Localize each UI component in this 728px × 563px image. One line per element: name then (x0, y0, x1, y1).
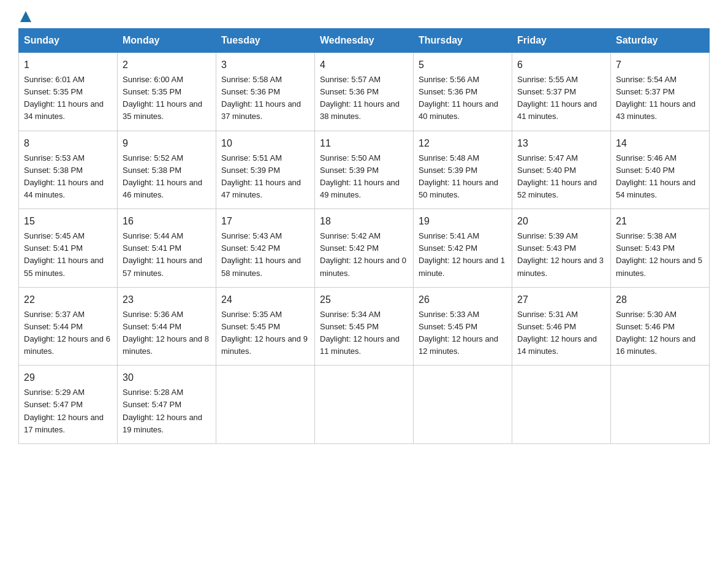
header-cell-wednesday: Wednesday (315, 29, 414, 53)
day-info: Sunrise: 5:30 AMSunset: 5:46 PMDaylight:… (616, 310, 696, 356)
day-cell: 8 Sunrise: 5:53 AMSunset: 5:38 PMDayligh… (19, 131, 118, 209)
header-cell-monday: Monday (118, 29, 216, 53)
day-cell (216, 366, 315, 444)
day-info: Sunrise: 5:47 AMSunset: 5:40 PMDaylight:… (517, 153, 597, 199)
header-cell-sunday: Sunday (19, 29, 118, 53)
day-info: Sunrise: 5:41 AMSunset: 5:42 PMDaylight:… (419, 231, 505, 277)
day-info: Sunrise: 5:37 AMSunset: 5:44 PMDaylight:… (24, 310, 110, 356)
day-number: 2 (123, 58, 211, 72)
day-cell: 6 Sunrise: 5:55 AMSunset: 5:37 PMDayligh… (512, 53, 611, 131)
day-number: 11 (320, 136, 408, 151)
page-header (18, 12, 710, 22)
day-cell: 30 Sunrise: 5:28 AMSunset: 5:47 PMDaylig… (118, 366, 216, 444)
day-info: Sunrise: 5:42 AMSunset: 5:42 PMDaylight:… (320, 231, 406, 277)
day-number: 29 (24, 370, 112, 385)
day-info: Sunrise: 5:56 AMSunset: 5:36 PMDaylight:… (419, 75, 498, 121)
day-cell: 1 Sunrise: 6:01 AMSunset: 5:35 PMDayligh… (19, 53, 118, 131)
day-info: Sunrise: 5:43 AMSunset: 5:42 PMDaylight:… (221, 231, 301, 277)
day-number: 24 (221, 293, 309, 307)
day-info: Sunrise: 6:01 AMSunset: 5:35 PMDaylight:… (24, 75, 104, 121)
day-number: 8 (24, 136, 112, 151)
day-info: Sunrise: 5:34 AMSunset: 5:45 PMDaylight:… (320, 310, 400, 356)
header-row: SundayMondayTuesdayWednesdayThursdayFrid… (19, 29, 710, 53)
day-info: Sunrise: 5:52 AMSunset: 5:38 PMDaylight:… (123, 153, 202, 199)
header-cell-saturday: Saturday (611, 29, 710, 53)
day-cell: 10 Sunrise: 5:51 AMSunset: 5:39 PMDaylig… (216, 131, 315, 209)
day-number: 12 (419, 136, 507, 151)
day-number: 23 (123, 293, 211, 307)
day-cell: 22 Sunrise: 5:37 AMSunset: 5:44 PMDaylig… (19, 287, 118, 366)
day-info: Sunrise: 5:33 AMSunset: 5:45 PMDaylight:… (419, 310, 498, 356)
day-number: 3 (221, 58, 309, 72)
day-info: Sunrise: 5:50 AMSunset: 5:39 PMDaylight:… (320, 153, 400, 199)
day-info: Sunrise: 5:39 AMSunset: 5:43 PMDaylight:… (517, 231, 604, 277)
day-cell: 29 Sunrise: 5:29 AMSunset: 5:47 PMDaylig… (19, 366, 118, 444)
day-number: 22 (24, 293, 112, 307)
day-number: 6 (517, 58, 605, 72)
day-cell: 15 Sunrise: 5:45 AMSunset: 5:41 PMDaylig… (19, 209, 118, 288)
day-info: Sunrise: 5:36 AMSunset: 5:44 PMDaylight:… (123, 310, 209, 356)
day-number: 17 (221, 214, 309, 229)
day-info: Sunrise: 5:48 AMSunset: 5:39 PMDaylight:… (419, 153, 498, 199)
day-cell (414, 366, 512, 444)
day-cell: 7 Sunrise: 5:54 AMSunset: 5:37 PMDayligh… (611, 53, 710, 131)
day-cell (611, 366, 710, 444)
day-cell: 23 Sunrise: 5:36 AMSunset: 5:44 PMDaylig… (118, 287, 216, 366)
day-cell (512, 366, 611, 444)
logo (18, 12, 31, 22)
week-row-5: 29 Sunrise: 5:29 AMSunset: 5:47 PMDaylig… (19, 366, 710, 444)
day-cell: 16 Sunrise: 5:44 AMSunset: 5:41 PMDaylig… (118, 209, 216, 288)
day-info: Sunrise: 5:58 AMSunset: 5:36 PMDaylight:… (221, 75, 301, 121)
day-number: 15 (24, 214, 112, 229)
day-info: Sunrise: 5:57 AMSunset: 5:36 PMDaylight:… (320, 75, 400, 121)
day-info: Sunrise: 5:31 AMSunset: 5:46 PMDaylight:… (517, 310, 597, 356)
week-row-4: 22 Sunrise: 5:37 AMSunset: 5:44 PMDaylig… (19, 287, 710, 366)
day-info: Sunrise: 5:38 AMSunset: 5:43 PMDaylight:… (616, 231, 702, 277)
day-number: 4 (320, 58, 408, 72)
day-cell: 27 Sunrise: 5:31 AMSunset: 5:46 PMDaylig… (512, 287, 611, 366)
day-cell: 19 Sunrise: 5:41 AMSunset: 5:42 PMDaylig… (414, 209, 512, 288)
day-cell: 25 Sunrise: 5:34 AMSunset: 5:45 PMDaylig… (315, 287, 414, 366)
day-cell: 5 Sunrise: 5:56 AMSunset: 5:36 PMDayligh… (414, 53, 512, 131)
header-cell-thursday: Thursday (414, 29, 512, 53)
day-number: 28 (616, 293, 704, 307)
day-number: 18 (320, 214, 408, 229)
day-cell: 28 Sunrise: 5:30 AMSunset: 5:46 PMDaylig… (611, 287, 710, 366)
day-cell: 17 Sunrise: 5:43 AMSunset: 5:42 PMDaylig… (216, 209, 315, 288)
day-info: Sunrise: 5:51 AMSunset: 5:39 PMDaylight:… (221, 153, 301, 199)
day-cell: 2 Sunrise: 6:00 AMSunset: 5:35 PMDayligh… (118, 53, 216, 131)
day-info: Sunrise: 5:44 AMSunset: 5:41 PMDaylight:… (123, 231, 202, 277)
week-row-1: 1 Sunrise: 6:01 AMSunset: 5:35 PMDayligh… (19, 53, 710, 131)
day-info: Sunrise: 5:45 AMSunset: 5:41 PMDaylight:… (24, 231, 104, 277)
day-info: Sunrise: 5:46 AMSunset: 5:40 PMDaylight:… (616, 153, 696, 199)
day-cell: 11 Sunrise: 5:50 AMSunset: 5:39 PMDaylig… (315, 131, 414, 209)
week-row-2: 8 Sunrise: 5:53 AMSunset: 5:38 PMDayligh… (19, 131, 710, 209)
day-number: 14 (616, 136, 704, 151)
day-number: 21 (616, 214, 704, 229)
day-info: Sunrise: 5:35 AMSunset: 5:45 PMDaylight:… (221, 310, 308, 356)
day-info: Sunrise: 5:55 AMSunset: 5:37 PMDaylight:… (517, 75, 597, 121)
day-number: 5 (419, 58, 507, 72)
header-cell-tuesday: Tuesday (216, 29, 315, 53)
day-number: 19 (419, 214, 507, 229)
day-cell (315, 366, 414, 444)
day-number: 10 (221, 136, 309, 151)
day-cell: 13 Sunrise: 5:47 AMSunset: 5:40 PMDaylig… (512, 131, 611, 209)
calendar-header: SundayMondayTuesdayWednesdayThursdayFrid… (19, 29, 710, 53)
day-number: 20 (517, 214, 605, 229)
svg-marker-0 (20, 11, 31, 22)
day-cell: 4 Sunrise: 5:57 AMSunset: 5:36 PMDayligh… (315, 53, 414, 131)
day-number: 7 (616, 58, 704, 72)
day-cell: 12 Sunrise: 5:48 AMSunset: 5:39 PMDaylig… (414, 131, 512, 209)
day-cell: 26 Sunrise: 5:33 AMSunset: 5:45 PMDaylig… (414, 287, 512, 366)
day-info: Sunrise: 5:53 AMSunset: 5:38 PMDaylight:… (24, 153, 104, 199)
day-cell: 3 Sunrise: 5:58 AMSunset: 5:36 PMDayligh… (216, 53, 315, 131)
day-number: 30 (123, 370, 211, 385)
day-number: 26 (419, 293, 507, 307)
day-cell: 21 Sunrise: 5:38 AMSunset: 5:43 PMDaylig… (611, 209, 710, 288)
day-info: Sunrise: 5:28 AMSunset: 5:47 PMDaylight:… (123, 388, 202, 434)
day-cell: 20 Sunrise: 5:39 AMSunset: 5:43 PMDaylig… (512, 209, 611, 288)
logo-triangle-icon (20, 11, 31, 22)
day-cell: 14 Sunrise: 5:46 AMSunset: 5:40 PMDaylig… (611, 131, 710, 209)
day-info: Sunrise: 6:00 AMSunset: 5:35 PMDaylight:… (123, 75, 202, 121)
